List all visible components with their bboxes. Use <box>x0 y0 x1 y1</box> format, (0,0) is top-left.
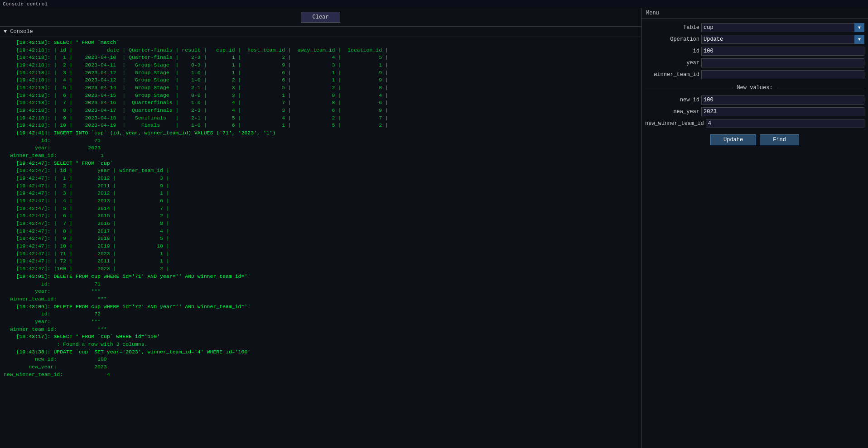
console-line: new_winner_team_id: 4 <box>4 371 637 379</box>
id-row: id <box>645 47 864 56</box>
find-button[interactable]: Find <box>760 134 799 145</box>
console-line: [19:42:47]: | id | year | winner_team_id… <box>4 167 637 175</box>
console-line: year: 2023 <box>4 144 637 152</box>
console-line: [19:42:47]: | 8 | 2017 | 4 | <box>4 228 637 235</box>
console-output[interactable]: [19:42:18]: SELECT * FROM `match` [19:42… <box>0 37 641 448</box>
console-line: [19:42:47]: | 4 | 2013 | 6 | <box>4 197 637 205</box>
operation-select-wrapper: SelectInsertUpdateDelete ▼ <box>701 35 864 44</box>
left-panel: Clear ▼ Console [19:42:18]: SELECT * FRO… <box>0 8 641 448</box>
console-line: id: 72 <box>4 310 637 318</box>
winner-team-id-row: winner_team_id <box>645 70 864 79</box>
new-id-label: new_id <box>645 97 699 103</box>
console-line: id: 71 <box>4 137 637 145</box>
console-line: new_year: 2023 <box>4 363 637 371</box>
new-winner-team-id-input[interactable] <box>706 119 864 128</box>
console-line: [19:42:47]: | 71 | 2023 | 1 | <box>4 250 637 258</box>
clear-area: Clear <box>0 8 641 27</box>
console-line: [19:43:17]: SELECT * FROM `cup` WHERE id… <box>4 333 637 341</box>
console-line: [19:42:18]: | 1 | 2023-04-10 | Quarter-f… <box>4 54 637 62</box>
app-title: Console control <box>3 1 48 7</box>
operation-label: Operation <box>645 36 699 43</box>
console-line: [19:42:47]: SELECT * FROM `cup` <box>4 160 637 167</box>
new-id-row: new_id <box>645 95 864 105</box>
console-line: [19:42:18]: | 4 | 2023-04-12 | Group Sta… <box>4 76 637 84</box>
console-line: [19:42:47]: |100 | 2023 | 2 | <box>4 265 637 273</box>
new-year-row: new_year <box>645 107 864 116</box>
update-button[interactable]: Update <box>710 134 756 145</box>
new-id-input[interactable] <box>701 95 864 105</box>
console-line: [19:42:18]: | id | date | Quarter-finals… <box>4 47 637 54</box>
main-layout: Clear ▼ Console [19:42:18]: SELECT * FRO… <box>0 8 868 448</box>
console-line: [19:42:47]: | 2 | 2011 | 9 | <box>4 182 637 190</box>
console-line: [19:42:18]: | 3 | 2023-04-12 | Group Sta… <box>4 69 637 77</box>
console-line: : Found a row with 3 columns. <box>4 341 637 348</box>
top-bar: Console control <box>0 0 868 8</box>
clear-button[interactable]: Clear <box>301 12 340 23</box>
new-values-divider: New values: <box>645 85 864 91</box>
new-year-label: new_year <box>645 109 699 115</box>
console-header: ▼ Console <box>0 27 641 37</box>
table-label: Table <box>645 24 699 31</box>
console-line: [19:42:18]: SELECT * FROM `match` <box>4 39 637 47</box>
console-line: [19:42:18]: | 10 | 2023-04-19 | Finals |… <box>4 122 637 129</box>
id-label: id <box>645 48 699 54</box>
console-line: [19:42:18]: | 8 | 2023-04-17 | Quarterfi… <box>4 107 637 114</box>
year-input[interactable] <box>701 58 864 67</box>
console-line: [19:43:09]: DELETE FROM cup WHERE id='72… <box>4 303 637 311</box>
console-line: [19:42:18]: | 5 | 2023-04-14 | Group Sta… <box>4 84 637 92</box>
year-row: year <box>645 58 864 67</box>
action-buttons: Update Find <box>645 134 864 145</box>
console-line: [19:42:18]: | 9 | 2023-04-18 | Semifinal… <box>4 114 637 122</box>
console-line: [19:43:38]: UPDATE `cup` SET year='2023'… <box>4 348 637 356</box>
operation-row: Operation SelectInsertUpdateDelete ▼ <box>645 35 864 44</box>
new-year-input[interactable] <box>701 107 864 116</box>
console-line: id: 71 <box>4 281 637 288</box>
console-line: [19:42:47]: | 72 | 2011 | 1 | <box>4 257 637 265</box>
menu-header: Menu <box>641 8 868 19</box>
divider-line-left <box>645 88 733 88</box>
console-line: new_id: 100 <box>4 356 637 363</box>
console-section: ▼ Console [19:42:18]: SELECT * FROM `mat… <box>0 27 641 448</box>
console-line: [19:42:47]: | 9 | 2018 | 5 | <box>4 235 637 243</box>
winner-team-id-input[interactable] <box>701 70 864 79</box>
id-input[interactable] <box>701 47 864 56</box>
console-line: [19:42:47]: | 1 | 2012 | 3 | <box>4 175 637 182</box>
console-line: [19:42:47]: | 6 | 2015 | 2 | <box>4 212 637 220</box>
console-line: [19:42:18]: | 7 | 2023-04-16 | Quarterfi… <box>4 99 637 107</box>
console-line: year: *** <box>4 288 637 295</box>
new-winner-team-id-label: new_winner_team_id <box>645 120 704 127</box>
console-line: [19:42:47]: | 3 | 2012 | 1 | <box>4 190 637 197</box>
console-line: [19:42:18]: | 6 | 2023-04-15 | Group Sta… <box>4 92 637 100</box>
table-select-wrapper: cupmatchteamlocation ▼ <box>701 23 864 32</box>
divider-line-right <box>776 88 864 88</box>
new-values-label: New values: <box>737 85 772 91</box>
console-line: winner_team_id: 1 <box>4 152 637 160</box>
console-line: [19:42:18]: | 2 | 2023-04-11 | Group Sta… <box>4 62 637 69</box>
console-line: winner_team_id: *** <box>4 295 637 303</box>
console-line: winner_team_id: *** <box>4 326 637 334</box>
winner-team-id-label: winner_team_id <box>645 71 699 78</box>
console-line: [19:42:41]: INSERT INTO `cup` (id, year,… <box>4 129 637 137</box>
console-line: [19:42:47]: | 5 | 2014 | 7 | <box>4 205 637 213</box>
menu-form: Table cupmatchteamlocation ▼ Operation S… <box>641 19 868 150</box>
new-winner-team-id-row: new_winner_team_id <box>645 119 864 128</box>
operation-select[interactable]: SelectInsertUpdateDelete <box>701 35 864 44</box>
table-select[interactable]: cupmatchteamlocation <box>701 23 864 32</box>
right-panel: Menu Table cupmatchteamlocation ▼ Operat… <box>641 8 868 448</box>
year-label: year <box>645 60 699 66</box>
console-line: year: *** <box>4 318 637 326</box>
console-line: [19:43:01]: DELETE FROM cup WHERE id='71… <box>4 273 637 281</box>
table-row: Table cupmatchteamlocation ▼ <box>645 23 864 32</box>
console-line: [19:42:47]: | 10 | 2019 | 10 | <box>4 243 637 250</box>
console-line: [19:42:47]: | 7 | 2016 | 8 | <box>4 220 637 228</box>
